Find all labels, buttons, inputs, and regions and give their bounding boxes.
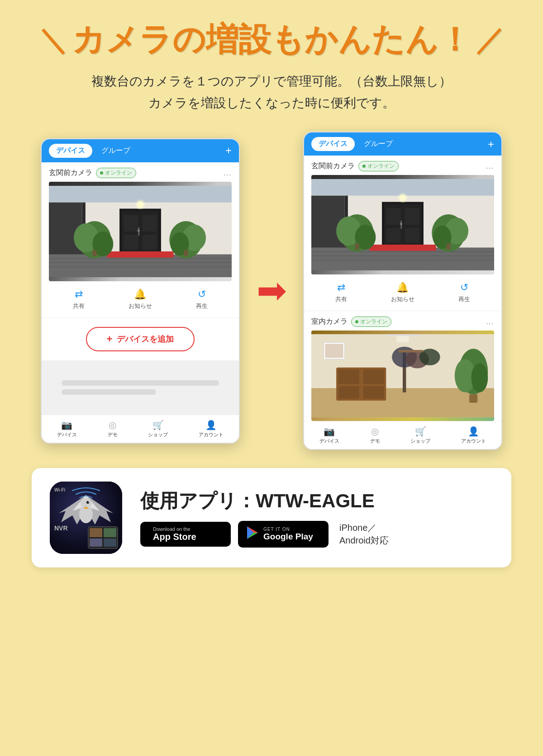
camera-card-1-right: 玄関前カメラ オンライン …: [304, 156, 501, 274]
nav-shop-label-right: ショップ: [410, 438, 430, 444]
nav-shop-left[interactable]: 🛒 ショップ: [148, 420, 168, 438]
googleplay-text: GET IT ON Google Play: [263, 527, 313, 542]
online-text-1-right: オンライン: [367, 162, 395, 170]
notify-btn-right[interactable]: 🔔 お知らせ: [391, 282, 414, 303]
more-dots-2-right[interactable]: …: [486, 317, 494, 326]
play-label-right: 再生: [458, 295, 470, 303]
nav-shop-right[interactable]: 🛒 ショップ: [410, 426, 430, 444]
appstore-big-text: App Store: [153, 532, 196, 542]
nav-demo-right[interactable]: ◎ デモ: [370, 426, 380, 444]
bell-icon-right: 🔔: [396, 282, 409, 293]
nav-account-left[interactable]: 👤 アカウント: [199, 420, 224, 438]
nav-account-label-right: アカウント: [461, 438, 486, 444]
phone-right: デバイス グループ + 玄関前カメラ オンライン …: [303, 132, 502, 450]
app-info-section: Wi-Fi NVR: [32, 468, 511, 567]
share-label-right: 共有: [335, 295, 347, 303]
online-text-1-left: オンライン: [105, 169, 132, 177]
shop-icon-left: 🛒: [152, 420, 164, 430]
svg-rect-24: [184, 250, 188, 256]
add-plus-right[interactable]: +: [488, 138, 494, 151]
svg-point-69: [472, 364, 488, 392]
share-btn-right[interactable]: ⇄ 共有: [335, 282, 347, 303]
slash-right-icon: ／: [476, 20, 505, 60]
svg-rect-40: [405, 228, 419, 243]
nav-device-left[interactable]: 📷 デバイス: [57, 420, 77, 438]
online-dot-2-right: [355, 320, 358, 323]
svg-rect-88: [104, 539, 116, 547]
camera-image-1-right: [311, 175, 494, 274]
appstore-text: Download on the App Store: [153, 526, 196, 542]
nav-account-label-left: アカウント: [199, 431, 224, 438]
more-dots-1-left[interactable]: …: [223, 168, 232, 178]
app-icon-inner: Wi-Fi NVR: [50, 482, 122, 554]
play-btn-left[interactable]: ↺ 再生: [196, 288, 208, 310]
camera-card-header-2-right: 室内カメラ オンライン …: [311, 317, 494, 327]
notify-label-left: お知らせ: [129, 302, 152, 310]
add-plus-icon: +: [107, 333, 113, 345]
svg-rect-47: [355, 244, 359, 250]
app-tabs-right: デバイス グループ: [311, 137, 400, 151]
googleplay-small-text: GET IT ON: [263, 527, 313, 532]
arrow-icon: ➡: [257, 273, 287, 309]
svg-rect-72: [325, 344, 343, 358]
demo-icon-left: ◎: [109, 420, 116, 430]
share-btn-left[interactable]: ⇄ 共有: [73, 288, 85, 310]
app-header-right: デバイス グループ +: [304, 132, 501, 156]
tab-group-right[interactable]: グループ: [357, 137, 400, 151]
googleplay-icon: [245, 525, 260, 543]
svg-rect-37: [386, 208, 400, 225]
svg-text:Wi-Fi: Wi-Fi: [54, 487, 66, 492]
svg-rect-60: [338, 386, 359, 399]
app-details: 使用アプリ：WTW-EAGLE Download on the App Stor…: [140, 488, 493, 548]
svg-rect-61: [363, 386, 384, 399]
main-title: ＼ カメラの増設もかんたん！ ／: [18, 18, 525, 61]
bottom-nav-right: 📷 デバイス ◎ デモ 🛒 ショップ 👤 アカウント: [304, 421, 501, 449]
googleplay-big-text: Google Play: [263, 532, 313, 542]
svg-rect-85: [90, 528, 102, 537]
svg-rect-73: [386, 334, 419, 336]
grey-lines: [62, 380, 219, 395]
share-label-left: 共有: [73, 302, 85, 310]
svg-rect-51: [446, 244, 450, 250]
svg-rect-13: [143, 235, 157, 249]
add-device-button[interactable]: + デバイスを追加: [86, 327, 195, 351]
svg-rect-11: [143, 215, 157, 232]
add-device-section: + デバイスを追加: [42, 318, 239, 360]
camera-image-2-right: [311, 331, 494, 421]
notify-label-right: お知らせ: [391, 295, 414, 303]
play-btn-right[interactable]: ↺ 再生: [458, 282, 470, 303]
svg-rect-10: [124, 215, 138, 232]
notify-btn-left[interactable]: 🔔 お知らせ: [129, 288, 152, 310]
app-tabs-left: デバイス グループ: [49, 144, 138, 158]
nav-device-label-left: デバイス: [57, 431, 77, 438]
online-badge-2-right: オンライン: [351, 317, 391, 327]
appstore-button[interactable]: Download on the App Store: [140, 522, 231, 547]
svg-point-42: [400, 223, 403, 226]
camera-card-header-1-right: 玄関前カメラ オンライン …: [311, 161, 494, 171]
appstore-small-text: Download on the: [153, 526, 196, 532]
grey-line-1: [62, 380, 219, 386]
tab-group-left[interactable]: グループ: [94, 144, 138, 158]
googleplay-button[interactable]: GET IT ON Google Play: [238, 521, 329, 548]
device-icon-right: 📷: [324, 426, 335, 437]
svg-rect-59: [363, 369, 384, 384]
svg-rect-74: [396, 336, 409, 342]
online-badge-1-left: オンライン: [96, 168, 136, 178]
add-plus-left[interactable]: +: [225, 144, 232, 157]
svg-point-26: [135, 199, 145, 209]
account-icon-left: 👤: [205, 420, 217, 430]
nav-device-right[interactable]: 📷 デバイス: [319, 426, 339, 444]
grey-line-2: [62, 389, 156, 395]
svg-rect-20: [92, 250, 96, 256]
tab-device-left[interactable]: デバイス: [49, 144, 92, 158]
device-icon-left: 📷: [61, 420, 72, 430]
share-icon-right: ⇄: [337, 282, 345, 293]
app-header-left: デバイス グループ +: [42, 139, 239, 162]
camera-name-row-2-right: 室内カメラ オンライン: [311, 317, 391, 327]
nav-account-right[interactable]: 👤 アカウント: [461, 426, 486, 444]
more-dots-1-right[interactable]: …: [486, 161, 494, 171]
svg-point-81: [86, 501, 89, 504]
tab-device-right[interactable]: デバイス: [311, 137, 355, 151]
nav-demo-left[interactable]: ◎ デモ: [108, 420, 118, 438]
camera-card-header-1-left: 玄関前カメラ オンライン …: [49, 168, 232, 178]
